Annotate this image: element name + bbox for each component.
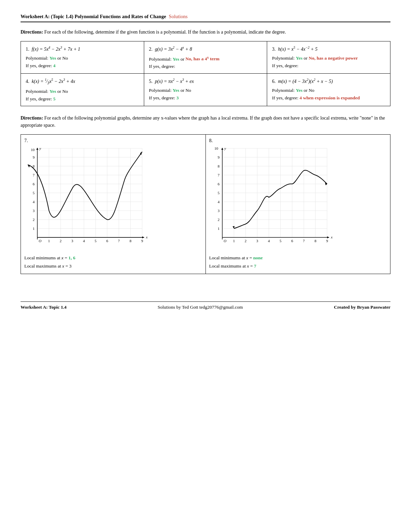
problem-row-2: 4. k(x) = 1⁄3x5 − 2x3 + 4x Polynomial: Y… [21,74,390,106]
problem-1-degree: If yes, degree: 4 [26,63,139,69]
page-header: Worksheet A: (Topic 1.4) Polynomial Func… [21,14,390,22]
svg-text:4: 4 [217,200,220,204]
problem-6-num: 6. m(x) = (4 − 3x2)(x2 + x − 5) [272,78,385,84]
svg-text:6: 6 [291,239,293,243]
svg-text:7: 7 [217,173,220,177]
svg-text:x: x [146,235,148,239]
svg-text:10: 10 [31,148,35,152]
svg-text:6: 6 [33,182,35,186]
graph-table: 7. [21,134,390,274]
svg-text:4: 4 [33,200,35,204]
svg-text:9: 9 [217,155,220,159]
problem-3-num: 3. h(x) = x5 − 4x−2 + 5 [272,46,385,52]
svg-text:8: 8 [217,164,220,168]
problem-3-poly: Polynomial: Yes or No, has a negative po… [272,55,385,61]
svg-text:9: 9 [141,239,143,243]
graph-cell-7: 7. [21,134,206,274]
svg-text:5: 5 [217,191,220,195]
svg-text:2: 2 [33,218,35,222]
graph-7-svg: 1 2 3 4 5 6 7 8 9 x O 1 2 3 4 5 [24,145,154,251]
problem-2-poly: Polynomial: Yes or No, has a 4x term [149,55,262,62]
svg-text:8: 8 [314,239,316,243]
svg-text:5: 5 [33,191,35,195]
directions-2: Directions: For each of the following po… [21,114,390,129]
footer-left: Worksheet A: Topic 1.4 [21,305,66,310]
problem-cell-2: 2. g(x) = 3x2 − 4x + 8 Polynomial: Yes o… [144,41,267,74]
problem-6-degree: If yes, degree: 4 when expression is exp… [272,95,385,101]
problem-1-num: 1. f(x) = 5x4 − 2x3 + 7x + 1 [26,46,139,52]
directions-2-label: Directions: [21,115,43,121]
directions-2-text: For each of the following polynomial gra… [21,115,385,128]
graph-7-extrema: Local minimums at x = 1, 6 Local maximum… [24,254,202,271]
graph-7-min: Local minimums at x = 1, 6 [24,254,202,262]
graph-7-container: 1 2 3 4 5 6 7 8 9 x O 1 2 3 4 5 [24,145,202,251]
graph-8-max: Local maximums at x = 7 [209,262,387,270]
problem-5-degree: If yes, degree: 3 [149,95,262,101]
svg-text:7: 7 [303,239,305,243]
svg-text:2: 2 [217,218,220,222]
svg-marker-71 [221,148,223,150]
svg-text:3: 3 [256,239,258,243]
graph-8-min: Local minimums at x = none [209,254,387,262]
graph-8-container: 1 2 3 4 5 6 7 8 9 x O 1 2 3 4 5 [209,145,387,251]
worksheet-title: Worksheet A: (Topic 1.4) Polynomial Func… [21,14,166,20]
svg-text:5: 5 [95,239,97,243]
problem-cell-1: 1. f(x) = 5x4 − 2x3 + 7x + 1 Polynomial:… [21,41,144,74]
page-footer: Worksheet A: Topic 1.4 Solutions by Ted … [21,301,390,310]
svg-text:9: 9 [326,239,328,243]
svg-text:8: 8 [129,239,132,243]
problem-1-poly: Polynomial: Yes or No [26,55,139,61]
directions-1: Directions: For each of the following, d… [21,28,390,36]
problem-4-degree: If yes, degree: 5 [26,96,139,102]
footer-right: Created by Bryan Passwater [334,305,390,310]
problem-table: 1. f(x) = 5x4 − 2x3 + 7x + 1 Polynomial:… [21,41,390,106]
problem-cell-5: 5. p(x) = πx2 − x3 + ex Polynomial: Yes … [144,74,267,106]
problem-cell-3: 3. h(x) = x5 − 4x−2 + 5 Polynomial: Yes … [267,41,390,74]
graph-8-extrema: Local minimums at x = none Local maximum… [209,254,387,271]
svg-text:7: 7 [118,239,120,243]
graph-7-max: Local maximums at x = 3 [24,262,202,270]
svg-text:O: O [39,239,41,243]
svg-text:3: 3 [71,239,73,243]
svg-marker-70 [327,236,329,238]
svg-marker-22 [142,236,144,238]
problem-5-num: 5. p(x) = πx2 − x3 + ex [149,78,262,84]
problem-3-degree: If yes, degree: [272,63,385,69]
svg-text:3: 3 [33,209,35,213]
svg-text:4: 4 [268,239,270,243]
svg-text:1: 1 [217,226,220,231]
problem-cell-4: 4. k(x) = 1⁄3x5 − 2x3 + 4x Polynomial: Y… [21,74,144,106]
problem-cell-6: 6. m(x) = (4 − 3x2)(x2 + x − 5) Polynomi… [267,74,390,106]
footer-center: Solutions by Ted Gott tedg20776@gmail.co… [158,305,243,310]
problem-2-degree: If yes, degree: [149,64,262,69]
svg-text:4: 4 [83,239,85,243]
directions-1-label: Directions: [21,29,43,35]
svg-text:1: 1 [33,226,35,231]
svg-text:y: y [39,146,41,150]
svg-text:O: O [224,239,226,243]
svg-text:2: 2 [245,239,247,243]
graph-8-label: 8. [209,138,387,144]
graph-row: 7. [21,134,390,274]
solutions-label: Solutions [169,14,188,20]
problem-4-num: 4. k(x) = 1⁄3x5 − 2x3 + 4x [26,78,139,85]
directions-1-text: For each of the following, determine if … [43,29,286,35]
problem-2-num: 2. g(x) = 3x2 − 4x + 8 [149,46,262,52]
problem-6-poly: Polynomial: Yes or No [272,88,385,93]
svg-text:7: 7 [33,173,35,177]
svg-text:6: 6 [217,182,220,186]
graph-8-svg: 1 2 3 4 5 6 7 8 9 x O 1 2 3 4 5 [209,145,339,251]
graph-7-label: 7. [24,138,202,144]
svg-text:5: 5 [279,239,282,243]
svg-text:9: 9 [33,155,35,159]
svg-text:y: y [224,146,226,150]
graph-cell-8: 8. [206,134,390,274]
svg-text:10: 10 [214,146,219,150]
problem-row-1: 1. f(x) = 5x4 − 2x3 + 7x + 1 Polynomial:… [21,41,390,74]
svg-text:2: 2 [60,239,62,243]
svg-text:x: x [331,235,333,239]
svg-text:3: 3 [217,209,220,213]
svg-text:1: 1 [233,239,235,243]
problem-4-poly: Polynomial: Yes or No [26,89,139,94]
svg-text:6: 6 [106,239,108,243]
